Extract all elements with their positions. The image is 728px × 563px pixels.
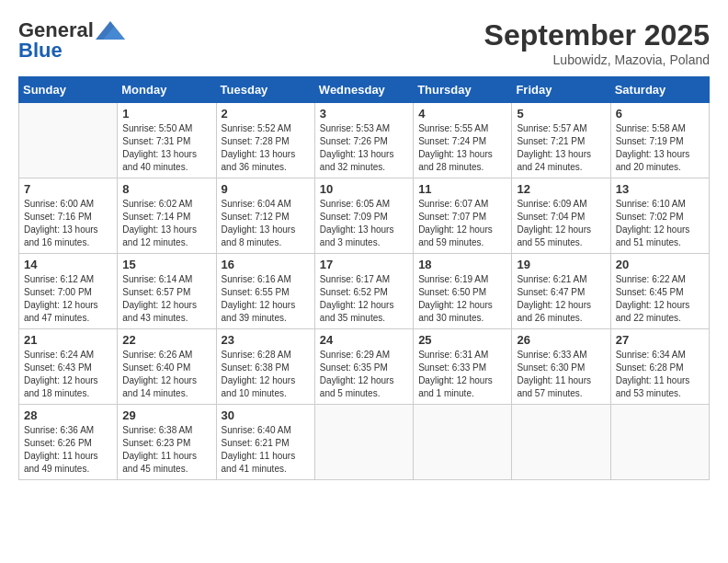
day-info: Sunrise: 6:36 AM Sunset: 6:26 PM Dayligh… [24, 424, 112, 476]
logo-blue: Blue [18, 39, 63, 63]
weekday-header-monday: Monday [118, 77, 216, 103]
weekday-header-saturday: Saturday [610, 77, 709, 103]
calendar-cell: 29Sunrise: 6:38 AM Sunset: 6:23 PM Dayli… [118, 405, 216, 480]
day-number: 19 [517, 258, 605, 271]
weekday-header-row: SundayMondayTuesdayWednesdayThursdayFrid… [19, 77, 710, 103]
day-number: 28 [24, 408, 112, 422]
day-number: 25 [418, 333, 506, 347]
weekday-header-thursday: Thursday [414, 77, 512, 103]
calendar-cell [314, 405, 413, 480]
title-section: September 2025 Lubowidz, Mazovia, Poland [484, 18, 710, 67]
calendar-cell [414, 405, 512, 480]
day-info: Sunrise: 6:40 AM Sunset: 6:21 PM Dayligh… [222, 424, 310, 476]
calendar-cell: 24Sunrise: 6:29 AM Sunset: 6:35 PM Dayli… [314, 329, 413, 405]
day-info: Sunrise: 6:02 AM Sunset: 7:14 PM Dayligh… [122, 198, 210, 249]
calendar-cell: 9Sunrise: 6:04 AM Sunset: 7:12 PM Daylig… [216, 178, 314, 254]
day-info: Sunrise: 5:57 AM Sunset: 7:21 PM Dayligh… [517, 122, 605, 174]
calendar-cell [610, 405, 709, 480]
calendar-cell: 5Sunrise: 5:57 AM Sunset: 7:21 PM Daylig… [512, 103, 610, 178]
day-number: 17 [320, 258, 408, 271]
day-number: 21 [24, 333, 112, 347]
week-row-3: 14Sunrise: 6:12 AM Sunset: 7:00 PM Dayli… [19, 254, 710, 329]
calendar-cell: 18Sunrise: 6:19 AM Sunset: 6:50 PM Dayli… [414, 254, 512, 329]
weekday-header-wednesday: Wednesday [314, 77, 413, 103]
logo-icon [96, 21, 125, 40]
calendar-cell: 23Sunrise: 6:28 AM Sunset: 6:38 PM Dayli… [216, 329, 314, 405]
page-header: General Blue September 2025 Lubowidz, Ma… [18, 18, 710, 67]
calendar-cell: 22Sunrise: 6:26 AM Sunset: 6:40 PM Dayli… [118, 329, 216, 405]
day-number: 9 [222, 182, 310, 196]
day-number: 23 [222, 333, 310, 347]
calendar-cell: 20Sunrise: 6:22 AM Sunset: 6:45 PM Dayli… [610, 254, 709, 329]
day-info: Sunrise: 6:05 AM Sunset: 7:09 PM Dayligh… [320, 198, 408, 249]
day-info: Sunrise: 6:29 AM Sunset: 6:35 PM Dayligh… [320, 349, 408, 400]
calendar-cell: 30Sunrise: 6:40 AM Sunset: 6:21 PM Dayli… [216, 405, 314, 480]
month-title: September 2025 [484, 18, 710, 52]
day-info: Sunrise: 6:31 AM Sunset: 6:33 PM Dayligh… [418, 349, 506, 400]
day-number: 15 [122, 258, 210, 271]
calendar-cell: 27Sunrise: 6:34 AM Sunset: 6:28 PM Dayli… [610, 329, 709, 405]
calendar-cell: 28Sunrise: 6:36 AM Sunset: 6:26 PM Dayli… [19, 405, 118, 480]
day-info: Sunrise: 5:55 AM Sunset: 7:24 PM Dayligh… [418, 122, 506, 174]
calendar-cell: 11Sunrise: 6:07 AM Sunset: 7:07 PM Dayli… [414, 178, 512, 254]
calendar-cell: 1Sunrise: 5:50 AM Sunset: 7:31 PM Daylig… [118, 103, 216, 178]
day-info: Sunrise: 6:09 AM Sunset: 7:04 PM Dayligh… [517, 198, 605, 249]
day-number: 24 [320, 333, 408, 347]
day-number: 16 [222, 258, 310, 271]
day-info: Sunrise: 6:07 AM Sunset: 7:07 PM Dayligh… [418, 198, 506, 249]
weekday-header-tuesday: Tuesday [216, 77, 314, 103]
day-info: Sunrise: 6:12 AM Sunset: 7:00 PM Dayligh… [24, 273, 112, 325]
week-row-1: 1Sunrise: 5:50 AM Sunset: 7:31 PM Daylig… [19, 103, 710, 178]
day-number: 22 [122, 333, 210, 347]
calendar-cell: 15Sunrise: 6:14 AM Sunset: 6:57 PM Dayli… [118, 254, 216, 329]
calendar-cell: 16Sunrise: 6:16 AM Sunset: 6:55 PM Dayli… [216, 254, 314, 329]
calendar-cell: 7Sunrise: 6:00 AM Sunset: 7:16 PM Daylig… [19, 178, 118, 254]
day-number: 13 [616, 182, 704, 196]
calendar-cell: 21Sunrise: 6:24 AM Sunset: 6:43 PM Dayli… [19, 329, 118, 405]
day-number: 18 [418, 258, 506, 271]
day-number: 7 [24, 182, 112, 196]
day-info: Sunrise: 5:50 AM Sunset: 7:31 PM Dayligh… [122, 122, 210, 174]
day-number: 11 [418, 182, 506, 196]
day-number: 26 [517, 333, 605, 347]
calendar-cell: 14Sunrise: 6:12 AM Sunset: 7:00 PM Dayli… [19, 254, 118, 329]
day-number: 3 [320, 107, 408, 121]
day-info: Sunrise: 5:52 AM Sunset: 7:28 PM Dayligh… [222, 122, 310, 174]
day-number: 4 [418, 107, 506, 121]
calendar-cell: 10Sunrise: 6:05 AM Sunset: 7:09 PM Dayli… [314, 178, 413, 254]
day-number: 12 [517, 182, 605, 196]
calendar-cell: 12Sunrise: 6:09 AM Sunset: 7:04 PM Dayli… [512, 178, 610, 254]
day-info: Sunrise: 6:38 AM Sunset: 6:23 PM Dayligh… [122, 424, 210, 476]
day-number: 14 [24, 258, 112, 271]
day-info: Sunrise: 6:26 AM Sunset: 6:40 PM Dayligh… [122, 349, 210, 400]
day-info: Sunrise: 5:58 AM Sunset: 7:19 PM Dayligh… [616, 122, 704, 174]
day-number: 1 [122, 107, 210, 121]
day-number: 27 [616, 333, 704, 347]
day-info: Sunrise: 6:24 AM Sunset: 6:43 PM Dayligh… [24, 349, 112, 400]
day-number: 5 [517, 107, 605, 121]
calendar-cell: 25Sunrise: 6:31 AM Sunset: 6:33 PM Dayli… [414, 329, 512, 405]
calendar-cell: 2Sunrise: 5:52 AM Sunset: 7:28 PM Daylig… [216, 103, 314, 178]
day-number: 8 [122, 182, 210, 196]
logo: General Blue [18, 18, 125, 63]
week-row-2: 7Sunrise: 6:00 AM Sunset: 7:16 PM Daylig… [19, 178, 710, 254]
calendar-cell: 19Sunrise: 6:21 AM Sunset: 6:47 PM Dayli… [512, 254, 610, 329]
day-info: Sunrise: 6:16 AM Sunset: 6:55 PM Dayligh… [222, 273, 310, 325]
day-number: 20 [616, 258, 704, 271]
day-info: Sunrise: 6:33 AM Sunset: 6:30 PM Dayligh… [517, 349, 605, 400]
calendar-cell [19, 103, 118, 178]
calendar-cell: 4Sunrise: 5:55 AM Sunset: 7:24 PM Daylig… [414, 103, 512, 178]
day-info: Sunrise: 6:04 AM Sunset: 7:12 PM Dayligh… [222, 198, 310, 249]
weekday-header-sunday: Sunday [19, 77, 118, 103]
calendar-cell: 17Sunrise: 6:17 AM Sunset: 6:52 PM Dayli… [314, 254, 413, 329]
calendar-cell: 6Sunrise: 5:58 AM Sunset: 7:19 PM Daylig… [610, 103, 709, 178]
day-info: Sunrise: 6:00 AM Sunset: 7:16 PM Dayligh… [24, 198, 112, 249]
calendar-cell: 8Sunrise: 6:02 AM Sunset: 7:14 PM Daylig… [118, 178, 216, 254]
day-number: 2 [222, 107, 310, 121]
day-number: 6 [616, 107, 704, 121]
calendar-cell [512, 405, 610, 480]
calendar-cell: 3Sunrise: 5:53 AM Sunset: 7:26 PM Daylig… [314, 103, 413, 178]
day-info: Sunrise: 6:21 AM Sunset: 6:47 PM Dayligh… [517, 273, 605, 325]
day-number: 30 [222, 408, 310, 422]
weekday-header-friday: Friday [512, 77, 610, 103]
